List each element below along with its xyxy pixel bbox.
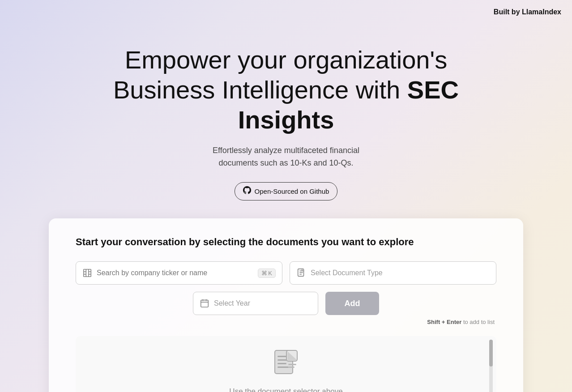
doc-type-placeholder: Select Document Type xyxy=(311,269,490,277)
hero-title-normal: Empower your organization's Business Int… xyxy=(113,46,447,104)
form-row-top: ⌘ K Select Document Type xyxy=(76,261,496,285)
company-search-input[interactable] xyxy=(97,269,253,277)
hero-subtitle: Effortlessly analyze multifaceted financ… xyxy=(0,144,572,170)
add-label: Add xyxy=(345,299,360,308)
github-label: Open-Sourced on Github xyxy=(255,187,329,195)
github-icon xyxy=(243,186,251,196)
subtitle-line2: documents such as 10-Ks and 10-Qs. xyxy=(218,158,353,167)
document-icon xyxy=(296,268,306,278)
building-icon xyxy=(82,268,92,278)
document-preview-area: Use the document selector above xyxy=(76,336,496,392)
year-selector[interactable]: Select Year xyxy=(193,292,318,315)
card-instruction: Start your conversation by selecting the… xyxy=(76,236,496,248)
doc-type-selector[interactable]: Select Document Type xyxy=(290,261,496,285)
scrollbar-thumb[interactable] xyxy=(489,340,493,366)
hero-title: Empower your organization's Business Int… xyxy=(85,45,487,135)
year-placeholder: Select Year xyxy=(214,299,250,307)
hero-section: Empower your organization's Business Int… xyxy=(0,0,572,218)
svg-rect-11 xyxy=(201,300,209,307)
svg-rect-21 xyxy=(288,364,296,365)
github-button[interactable]: Open-Sourced on Github xyxy=(235,182,338,200)
svg-rect-0 xyxy=(84,269,91,277)
form-row-bottom: Select Year Add xyxy=(76,292,496,315)
add-button[interactable]: Add xyxy=(325,292,379,315)
subtitle-line1: Effortlessly analyze multifaceted financ… xyxy=(213,146,359,155)
company-search-wrapper[interactable]: ⌘ K xyxy=(76,261,282,285)
keyboard-hint: Shift + Enter to add to list xyxy=(76,319,496,325)
svg-rect-19 xyxy=(277,366,289,368)
main-card: Start your conversation by selecting the… xyxy=(49,218,523,392)
svg-rect-16 xyxy=(277,356,287,357)
preview-hint-text: Use the document selector above xyxy=(229,387,342,392)
svg-rect-18 xyxy=(277,363,286,364)
preview-file-icon xyxy=(274,349,298,382)
calendar-icon xyxy=(200,298,209,308)
topbar-credit: Built by LlamaIndex xyxy=(483,0,572,24)
keyboard-shortcut: ⌘ K xyxy=(258,268,276,278)
svg-rect-22 xyxy=(288,366,295,368)
scrollbar-track[interactable] xyxy=(489,340,493,392)
cmd-symbol: ⌘ xyxy=(261,270,267,277)
hint-suffix-text: to add to list xyxy=(463,319,495,325)
k-key: K xyxy=(268,270,272,277)
hint-shortcut: Shift + Enter xyxy=(427,319,461,325)
credit-text: Built by LlamaIndex xyxy=(494,8,561,16)
